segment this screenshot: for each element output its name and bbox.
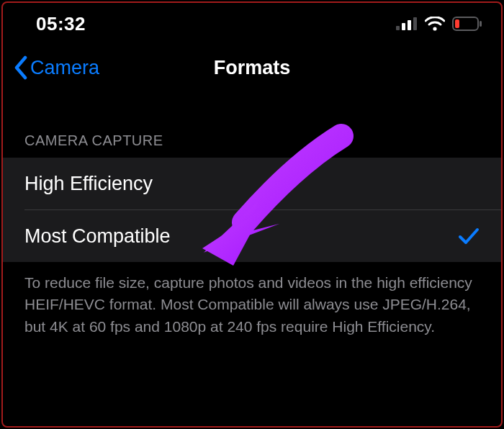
status-bar: 05:32 bbox=[3, 3, 501, 45]
option-label: High Efficiency bbox=[24, 173, 153, 195]
option-high-efficiency[interactable]: High Efficiency bbox=[3, 158, 501, 209]
battery-low-icon bbox=[452, 17, 482, 31]
format-options-list: High Efficiency Most Compatible bbox=[3, 158, 501, 262]
option-label: Most Compatible bbox=[24, 225, 171, 248]
section-footer-text: To reduce file size, capture photos and … bbox=[3, 262, 501, 338]
cellular-signal-icon bbox=[396, 17, 418, 30]
svg-rect-6 bbox=[480, 21, 482, 27]
option-most-compatible[interactable]: Most Compatible bbox=[3, 210, 501, 262]
back-button-label: Camera bbox=[30, 57, 99, 79]
nav-bar: Camera Formats bbox=[3, 45, 501, 91]
chevron-left-icon bbox=[13, 55, 29, 80]
back-button[interactable]: Camera bbox=[3, 55, 99, 80]
svg-rect-2 bbox=[408, 20, 411, 30]
screen-frame: 05:32 bbox=[1, 1, 503, 428]
svg-point-4 bbox=[433, 27, 436, 30]
svg-rect-7 bbox=[455, 19, 459, 28]
svg-rect-1 bbox=[402, 23, 405, 30]
section-header-camera-capture: CAMERA CAPTURE bbox=[3, 132, 501, 158]
checkmark-icon bbox=[458, 227, 480, 245]
status-time: 05:32 bbox=[36, 13, 86, 35]
status-icons bbox=[396, 17, 482, 31]
svg-rect-3 bbox=[413, 17, 417, 30]
svg-rect-0 bbox=[396, 26, 400, 30]
wifi-icon bbox=[425, 17, 445, 31]
